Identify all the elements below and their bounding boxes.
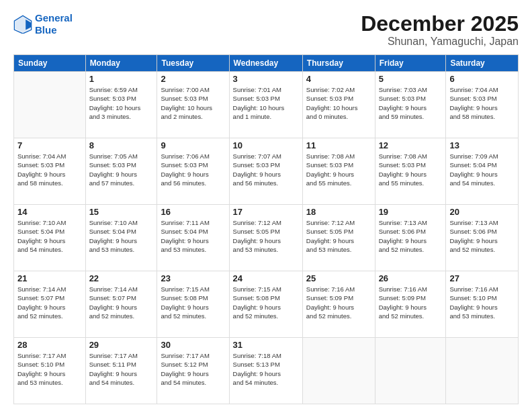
day-cell: 12Sunrise: 7:08 AM Sunset: 5:03 PM Dayli…	[375, 138, 446, 205]
day-info: Sunrise: 7:05 AM Sunset: 5:03 PM Dayligh…	[89, 152, 154, 187]
day-info: Sunrise: 7:00 AM Sunset: 5:03 PM Dayligh…	[161, 85, 225, 121]
day-number: 27	[449, 273, 515, 283]
weekday-header-friday: Friday	[375, 55, 446, 72]
day-number: 6	[449, 74, 515, 84]
day-number: 26	[379, 273, 443, 283]
day-info: Sunrise: 6:59 AM Sunset: 5:03 PM Dayligh…	[89, 85, 154, 121]
day-cell: 20Sunrise: 7:13 AM Sunset: 5:06 PM Dayli…	[446, 205, 519, 271]
day-cell	[14, 72, 86, 138]
day-number: 2	[161, 74, 225, 84]
day-cell: 9Sunrise: 7:06 AM Sunset: 5:03 PM Daylig…	[157, 138, 229, 205]
day-cell: 29Sunrise: 7:17 AM Sunset: 5:11 PM Dayli…	[85, 338, 157, 404]
day-info: Sunrise: 7:08 AM Sunset: 5:03 PM Dayligh…	[379, 152, 443, 187]
day-number: 14	[17, 207, 82, 217]
day-number: 25	[306, 273, 371, 283]
day-cell: 28Sunrise: 7:17 AM Sunset: 5:10 PM Dayli…	[14, 338, 86, 404]
day-info: Sunrise: 7:04 AM Sunset: 5:03 PM Dayligh…	[449, 85, 515, 121]
day-number: 9	[161, 140, 225, 150]
day-info: Sunrise: 7:16 AM Sunset: 5:09 PM Dayligh…	[379, 285, 443, 320]
day-cell	[375, 338, 446, 404]
title-block: December 2025 Shunan, Yamaguchi, Japan	[361, 12, 519, 48]
logo-blue: Blue	[35, 24, 57, 36]
day-number: 17	[233, 207, 299, 217]
day-info: Sunrise: 7:08 AM Sunset: 5:03 PM Dayligh…	[306, 152, 371, 187]
day-cell: 2Sunrise: 7:00 AM Sunset: 5:03 PM Daylig…	[157, 72, 229, 138]
day-number: 28	[17, 340, 82, 350]
day-cell: 15Sunrise: 7:10 AM Sunset: 5:04 PM Dayli…	[85, 205, 157, 271]
day-info: Sunrise: 7:17 AM Sunset: 5:12 PM Dayligh…	[161, 351, 225, 387]
day-number: 31	[233, 340, 299, 350]
calendar-header: SundayMondayTuesdayWednesdayThursdayFrid…	[14, 55, 519, 72]
week-row-3: 14Sunrise: 7:10 AM Sunset: 5:04 PM Dayli…	[14, 205, 519, 271]
day-number: 15	[89, 207, 154, 217]
day-info: Sunrise: 7:15 AM Sunset: 5:08 PM Dayligh…	[161, 285, 225, 320]
week-row-1: 1Sunrise: 6:59 AM Sunset: 5:03 PM Daylig…	[14, 72, 519, 138]
day-number: 13	[449, 140, 515, 150]
day-cell: 14Sunrise: 7:10 AM Sunset: 5:04 PM Dayli…	[14, 205, 86, 271]
day-info: Sunrise: 7:15 AM Sunset: 5:08 PM Dayligh…	[233, 285, 299, 320]
day-cell: 5Sunrise: 7:03 AM Sunset: 5:03 PM Daylig…	[375, 72, 446, 138]
day-number: 24	[233, 273, 299, 283]
day-number: 21	[17, 273, 82, 283]
weekday-header-wednesday: Wednesday	[229, 55, 302, 72]
day-info: Sunrise: 7:12 AM Sunset: 5:05 PM Dayligh…	[306, 218, 371, 254]
day-number: 12	[379, 140, 443, 150]
day-number: 18	[306, 207, 371, 217]
day-info: Sunrise: 7:01 AM Sunset: 5:03 PM Dayligh…	[233, 85, 299, 121]
day-cell: 13Sunrise: 7:09 AM Sunset: 5:04 PM Dayli…	[446, 138, 519, 205]
day-cell: 1Sunrise: 6:59 AM Sunset: 5:03 PM Daylig…	[85, 72, 157, 138]
day-number: 22	[89, 273, 154, 283]
day-info: Sunrise: 7:11 AM Sunset: 5:04 PM Dayligh…	[161, 218, 225, 254]
page: General Blue December 2025 Shunan, Yamag…	[0, 0, 532, 411]
day-number: 30	[161, 340, 225, 350]
weekday-header-tuesday: Tuesday	[157, 55, 229, 72]
day-info: Sunrise: 7:06 AM Sunset: 5:03 PM Dayligh…	[161, 152, 225, 187]
day-info: Sunrise: 7:10 AM Sunset: 5:04 PM Dayligh…	[89, 218, 154, 254]
day-cell: 25Sunrise: 7:16 AM Sunset: 5:09 PM Dayli…	[302, 271, 375, 338]
day-info: Sunrise: 7:16 AM Sunset: 5:10 PM Dayligh…	[449, 285, 515, 320]
header: General Blue December 2025 Shunan, Yamag…	[13, 12, 519, 48]
day-info: Sunrise: 7:03 AM Sunset: 5:03 PM Dayligh…	[379, 85, 443, 121]
day-number: 10	[233, 140, 299, 150]
day-cell: 27Sunrise: 7:16 AM Sunset: 5:10 PM Dayli…	[446, 271, 519, 338]
weekday-row: SundayMondayTuesdayWednesdayThursdayFrid…	[14, 55, 519, 72]
day-info: Sunrise: 7:09 AM Sunset: 5:04 PM Dayligh…	[449, 152, 515, 187]
day-cell: 22Sunrise: 7:14 AM Sunset: 5:07 PM Dayli…	[85, 271, 157, 338]
day-number: 3	[233, 74, 299, 84]
day-info: Sunrise: 7:17 AM Sunset: 5:11 PM Dayligh…	[89, 351, 154, 387]
weekday-header-monday: Monday	[85, 55, 157, 72]
day-cell: 21Sunrise: 7:14 AM Sunset: 5:07 PM Dayli…	[14, 271, 86, 338]
day-cell	[446, 338, 519, 404]
weekday-header-saturday: Saturday	[446, 55, 519, 72]
day-number: 4	[306, 74, 371, 84]
day-info: Sunrise: 7:16 AM Sunset: 5:09 PM Dayligh…	[306, 285, 371, 320]
day-number: 11	[306, 140, 371, 150]
day-info: Sunrise: 7:17 AM Sunset: 5:10 PM Dayligh…	[17, 351, 82, 387]
day-info: Sunrise: 7:12 AM Sunset: 5:05 PM Dayligh…	[233, 218, 299, 254]
day-info: Sunrise: 7:18 AM Sunset: 5:13 PM Dayligh…	[233, 351, 299, 387]
day-number: 29	[89, 340, 154, 350]
day-number: 7	[17, 140, 82, 150]
day-number: 20	[449, 207, 515, 217]
day-cell: 17Sunrise: 7:12 AM Sunset: 5:05 PM Dayli…	[229, 205, 302, 271]
day-info: Sunrise: 7:14 AM Sunset: 5:07 PM Dayligh…	[89, 285, 154, 320]
day-info: Sunrise: 7:13 AM Sunset: 5:06 PM Dayligh…	[449, 218, 515, 254]
week-row-4: 21Sunrise: 7:14 AM Sunset: 5:07 PM Dayli…	[14, 271, 519, 338]
weekday-header-thursday: Thursday	[302, 55, 375, 72]
day-cell: 7Sunrise: 7:04 AM Sunset: 5:03 PM Daylig…	[14, 138, 86, 205]
day-number: 8	[89, 140, 154, 150]
day-cell: 16Sunrise: 7:11 AM Sunset: 5:04 PM Dayli…	[157, 205, 229, 271]
day-cell: 30Sunrise: 7:17 AM Sunset: 5:12 PM Dayli…	[157, 338, 229, 404]
day-cell: 6Sunrise: 7:04 AM Sunset: 5:03 PM Daylig…	[446, 72, 519, 138]
day-cell: 19Sunrise: 7:13 AM Sunset: 5:06 PM Dayli…	[375, 205, 446, 271]
logo-text: General Blue	[35, 12, 73, 36]
day-cell: 31Sunrise: 7:18 AM Sunset: 5:13 PM Dayli…	[229, 338, 302, 404]
day-cell: 3Sunrise: 7:01 AM Sunset: 5:03 PM Daylig…	[229, 72, 302, 138]
logo-general: General	[35, 12, 73, 24]
day-cell: 23Sunrise: 7:15 AM Sunset: 5:08 PM Dayli…	[157, 271, 229, 338]
day-number: 19	[379, 207, 443, 217]
day-cell: 26Sunrise: 7:16 AM Sunset: 5:09 PM Dayli…	[375, 271, 446, 338]
day-number: 5	[379, 74, 443, 84]
day-number: 16	[161, 207, 225, 217]
logo-icon	[13, 15, 32, 34]
